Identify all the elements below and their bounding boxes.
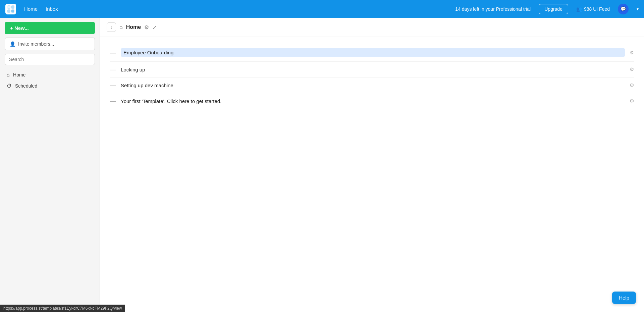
collapse-icon: — xyxy=(110,98,116,104)
template-name: Employee Onboarding xyxy=(121,48,625,57)
back-button[interactable]: ‹ xyxy=(107,22,116,32)
content-expand-icon[interactable]: ⤢ xyxy=(152,24,157,31)
template-row[interactable]: — Locking up ⚙ xyxy=(110,62,634,77)
person-icon: 👤 xyxy=(10,41,15,47)
upgrade-button[interactable]: Upgrade xyxy=(539,4,568,14)
content-area: ‹ ⌂ Home ⚙ ⤢ — Employee Onboarding ⚙ — L… xyxy=(100,18,644,312)
top-navigation: Home Inbox 14 days left in your Professi… xyxy=(0,0,644,18)
content-settings-icon[interactable]: ⚙ xyxy=(144,24,149,31)
template-name: Locking up xyxy=(121,67,625,72)
trial-text: 14 days left in your Professional trial xyxy=(455,6,531,12)
sidebar-home-label: Home xyxy=(13,72,25,77)
collapse-icon: — xyxy=(110,66,116,72)
template-settings-icon[interactable]: ⚙ xyxy=(630,66,634,72)
template-settings-icon[interactable]: ⚙ xyxy=(630,82,634,88)
back-icon: ‹ xyxy=(111,24,112,30)
collapse-icon: — xyxy=(110,50,116,56)
clock-icon: ⏱ xyxy=(7,83,12,89)
user-avatar[interactable]: 💬 xyxy=(618,4,629,14)
sidebar-item-home[interactable]: ⌂ Home xyxy=(0,69,100,80)
invite-label: Invite members... xyxy=(18,41,54,47)
avatar-icon: 💬 xyxy=(621,6,626,11)
nav-home-link[interactable]: Home xyxy=(24,6,38,12)
home-icon: ⌂ xyxy=(7,72,10,77)
svg-rect-6 xyxy=(7,10,10,12)
content-title: Home xyxy=(126,24,141,30)
help-button[interactable]: Help xyxy=(612,292,636,304)
svg-rect-5 xyxy=(11,6,14,8)
template-row[interactable]: — Employee Onboarding ⚙ xyxy=(110,44,634,62)
ui-feed-button[interactable]: 👥 988 UI Feed xyxy=(576,6,610,12)
template-name: Setting up dev machine xyxy=(121,83,625,88)
template-name: Your first 'Template'. Click here to get… xyxy=(121,98,625,104)
status-bar: https://app.process.st/templates/sf1Eykd… xyxy=(0,305,125,312)
status-url: https://app.process.st/templates/sf1Eykd… xyxy=(3,306,122,311)
new-button[interactable]: + New... xyxy=(5,22,95,34)
users-icon: 👥 xyxy=(576,6,582,12)
template-row[interactable]: — Setting up dev machine ⚙ xyxy=(110,77,634,93)
sidebar: + New... 👤 Invite members... ⌂ Home ⏱ Sc… xyxy=(0,18,100,312)
templates-list: — Employee Onboarding ⚙ — Locking up ⚙ —… xyxy=(100,37,644,115)
invite-members-button[interactable]: 👤 Invite members... xyxy=(5,38,95,50)
search-input[interactable] xyxy=(5,54,95,65)
nav-inbox-link[interactable]: Inbox xyxy=(46,6,58,12)
collapse-icon: — xyxy=(110,82,116,88)
ui-feed-label: 988 UI Feed xyxy=(584,6,610,12)
sidebar-scheduled-label: Scheduled xyxy=(15,83,37,89)
template-row[interactable]: — Your first 'Template'. Click here to g… xyxy=(110,93,634,109)
content-home-icon: ⌂ xyxy=(119,24,123,30)
template-settings-icon[interactable]: ⚙ xyxy=(630,98,634,104)
content-header: ‹ ⌂ Home ⚙ ⤢ xyxy=(100,18,644,37)
sidebar-item-scheduled[interactable]: ⏱ Scheduled xyxy=(0,80,100,91)
main-layout: + New... 👤 Invite members... ⌂ Home ⏱ Sc… xyxy=(0,18,644,312)
app-logo xyxy=(5,4,16,14)
account-chevron-down-icon[interactable]: ▾ xyxy=(637,7,639,11)
svg-rect-4 xyxy=(7,6,10,8)
template-settings-icon[interactable]: ⚙ xyxy=(630,50,634,56)
svg-rect-7 xyxy=(11,10,14,12)
